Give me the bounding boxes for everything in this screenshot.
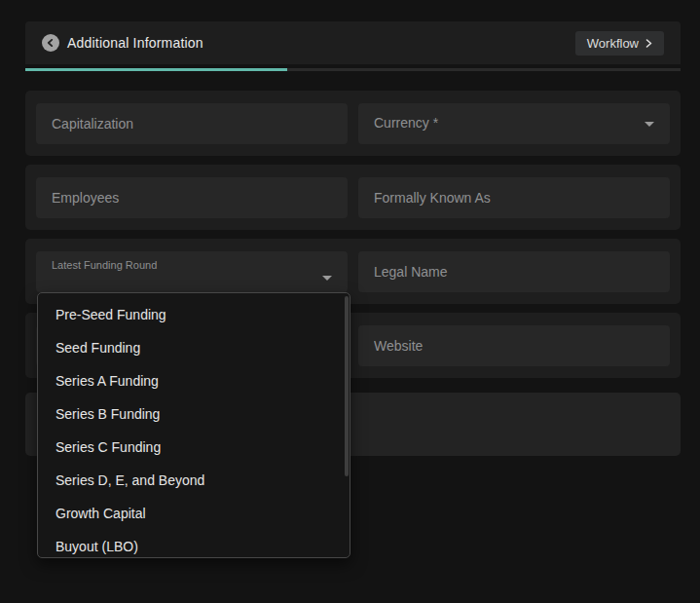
menu-item-series-c[interactable]: Series C Funding [38, 431, 350, 464]
formally-known-as-input[interactable] [358, 177, 670, 218]
chevron-down-icon [322, 276, 332, 281]
menu-item-buyout[interactable]: Buyout (LBO) [38, 530, 350, 563]
progress-fill [25, 68, 287, 71]
latest-funding-round-menu: Pre-Seed Funding Seed Funding Series A F… [37, 292, 350, 558]
latest-funding-round-select[interactable]: Latest Funding Round [36, 251, 348, 292]
form-row-employees-formally [25, 165, 681, 230]
page-header: Additional Information Workflow [25, 21, 681, 64]
menu-item-pre-seed[interactable]: Pre-Seed Funding [38, 298, 350, 331]
menu-item-series-b[interactable]: Series B Funding [38, 397, 350, 431]
workflow-button-label: Workflow [587, 36, 639, 51]
currency-select[interactable]: Currency * [358, 103, 670, 144]
back-button[interactable] [42, 34, 59, 52]
chevron-left-icon [47, 39, 55, 47]
menu-item-growth[interactable]: Growth Capital [38, 497, 350, 530]
workflow-button[interactable]: Workflow [575, 31, 664, 56]
website-input[interactable] [358, 325, 670, 366]
capitalization-input[interactable] [36, 103, 348, 144]
menu-item-series-a[interactable]: Series A Funding [38, 364, 350, 397]
legal-name-input[interactable] [358, 251, 670, 292]
step-progress-track [25, 68, 681, 71]
employees-input[interactable] [36, 177, 348, 218]
currency-select-label: Currency * [374, 115, 438, 131]
additional-information-page: Additional Information Workflow Currency… [0, 0, 700, 603]
latest-funding-round-label: Latest Funding Round [52, 259, 157, 271]
chevron-down-icon [645, 122, 654, 127]
page-title: Additional Information [67, 35, 203, 51]
menu-scrollbar-thumb[interactable] [345, 296, 349, 476]
chevron-right-icon [645, 39, 652, 48]
menu-item-series-de[interactable]: Series D, E, and Beyond [38, 464, 350, 497]
form-row-capitalization-currency: Currency * [25, 91, 681, 156]
menu-item-seed[interactable]: Seed Funding [38, 331, 350, 364]
